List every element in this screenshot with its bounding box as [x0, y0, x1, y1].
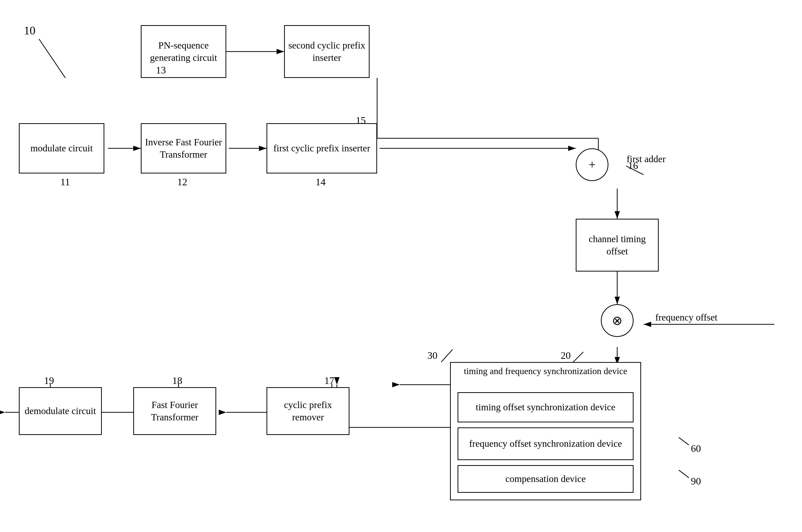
block-compensation: compensation device	[458, 465, 633, 493]
block-timing-offset-sync: timing offset synchronization device	[458, 392, 633, 422]
svg-line-19	[39, 39, 65, 78]
label-14: 14	[316, 176, 326, 188]
svg-line-31	[679, 437, 689, 445]
label-90: 90	[691, 475, 701, 487]
label-10: 10	[24, 24, 35, 37]
block-modulate: modulate circuit	[19, 123, 104, 173]
label-first-adder: first adder	[616, 153, 676, 165]
block-cyclic-remover: cyclic prefix remover	[267, 387, 349, 435]
label-frequency-offset: frequency offset	[649, 312, 724, 323]
label-18: 18	[172, 375, 182, 386]
svg-line-26	[573, 352, 583, 362]
label-13: 13	[156, 64, 166, 76]
svg-line-32	[679, 470, 689, 478]
block-second-cyclic: second cyclic prefix inserter	[284, 25, 369, 78]
block-fft: Fast Fourier Transformer	[133, 387, 216, 435]
block-first-cyclic: first cyclic prefix inserter	[267, 123, 377, 173]
block-ifft: Inverse Fast Fourier Transformer	[141, 123, 226, 173]
circle-adder: +	[576, 148, 608, 181]
svg-line-27	[441, 349, 453, 362]
label-30: 30	[427, 349, 437, 361]
label-12: 12	[177, 176, 187, 188]
block-channel-timing: channel timing offset	[576, 219, 659, 271]
label-19: 19	[44, 375, 54, 386]
block-pn: PN-sequence generating circuit	[141, 25, 226, 78]
label-60: 60	[691, 442, 701, 454]
circle-multiplier: ⊗	[601, 304, 633, 337]
label-15: 15	[356, 114, 366, 126]
block-demodulate: demodulate circuit	[19, 387, 102, 435]
label-20: 20	[561, 349, 571, 361]
label-11: 11	[60, 176, 70, 188]
label-16: 16	[628, 160, 638, 171]
label-17: 17	[324, 375, 335, 386]
block-freq-offset-sync: frequency offset synchronization device	[458, 428, 633, 460]
